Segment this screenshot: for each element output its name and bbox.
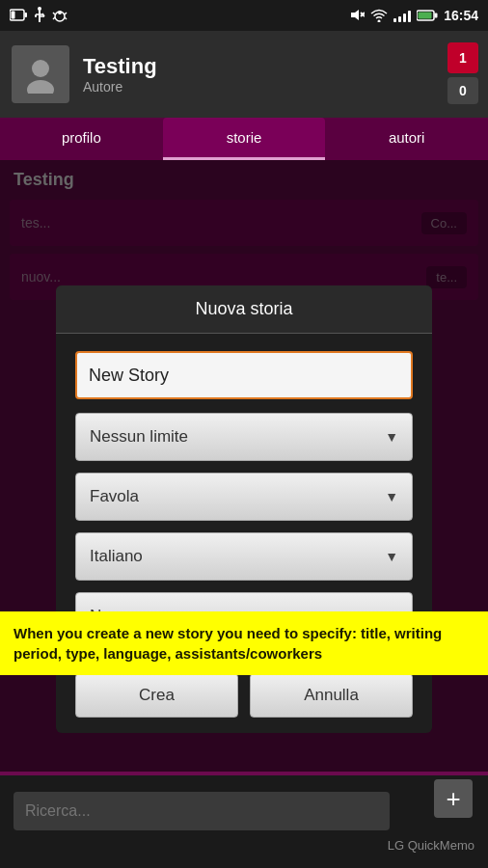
avatar: [12, 45, 69, 103]
fab-plus-icon: +: [446, 784, 460, 814]
language-dropdown-arrow: ▼: [385, 549, 398, 564]
battery-low-icon: [10, 9, 27, 22]
dialog-title-bar: Nuova storia: [56, 285, 432, 334]
svg-rect-21: [435, 14, 438, 18]
tab-profilo[interactable]: profilo: [0, 118, 163, 160]
heart-badge: 1: [447, 42, 478, 73]
tab-bar: profilo storie autori: [0, 118, 488, 160]
svg-line-13: [65, 13, 67, 14]
signal-icon: [393, 9, 411, 22]
profile-name: Testing: [83, 54, 476, 79]
svg-line-15: [65, 17, 67, 19]
language-dropdown[interactable]: Italiano ▼: [75, 532, 413, 581]
limit-dropdown-label: Nessun limite: [90, 427, 188, 447]
svg-line-12: [53, 13, 55, 14]
svg-line-14: [53, 17, 55, 19]
svg-rect-2: [12, 12, 15, 19]
type-dropdown[interactable]: Favola ▼: [75, 473, 413, 521]
status-icons-left: [10, 7, 68, 24]
search-input[interactable]: [14, 792, 390, 830]
svg-rect-7: [35, 14, 37, 17]
lg-quickmemo-label: LG QuickMemo: [14, 838, 474, 853]
dialog-buttons: Crea Annulla: [56, 667, 432, 733]
type-dropdown-label: Favola: [90, 487, 139, 506]
profile-header: Testing Autore 1 0: [0, 31, 488, 118]
create-button[interactable]: Crea: [75, 673, 238, 718]
clock: 16:54: [444, 8, 478, 23]
tooltip-text: When you create a new story you need to …: [14, 625, 442, 662]
tooltip-bar: When you create a new story you need to …: [0, 611, 488, 675]
cancel-button[interactable]: Annulla: [250, 673, 413, 718]
language-dropdown-label: Italiano: [90, 547, 143, 566]
limit-dropdown-arrow: ▼: [385, 429, 398, 445]
zero-badge: 0: [447, 77, 478, 104]
bottom-bar-row: LG QuickMemo: [14, 838, 474, 853]
status-bar: 16:54: [0, 0, 488, 31]
debug-icon: [52, 8, 68, 23]
main-content: Testing tes... Co... nuov... te... Nuova…: [0, 160, 488, 772]
battery-icon: [417, 10, 438, 21]
svg-point-24: [27, 80, 54, 94]
svg-point-4: [38, 7, 41, 11]
svg-point-11: [58, 11, 62, 14]
profile-info: Testing Autore: [83, 54, 476, 95]
wifi-icon: [370, 9, 388, 22]
status-icons-right: 16:54: [349, 8, 478, 23]
mute-icon: [349, 8, 365, 23]
profile-role: Autore: [83, 79, 476, 95]
tab-autori[interactable]: autori: [325, 118, 488, 160]
story-title-input[interactable]: [75, 351, 413, 399]
usb-icon: [33, 7, 46, 24]
fab-button[interactable]: +: [434, 779, 473, 818]
svg-point-23: [32, 60, 49, 77]
tab-storie[interactable]: storie: [163, 118, 326, 160]
svg-point-19: [378, 20, 381, 23]
svg-marker-16: [351, 10, 359, 20]
type-dropdown-arrow: ▼: [385, 489, 398, 504]
dialog-title: Nuova storia: [195, 299, 292, 318]
svg-rect-1: [25, 13, 28, 17]
svg-rect-22: [419, 13, 432, 19]
limit-dropdown[interactable]: Nessun limite ▼: [75, 413, 413, 461]
bottom-bar: LG QuickMemo: [0, 775, 488, 868]
